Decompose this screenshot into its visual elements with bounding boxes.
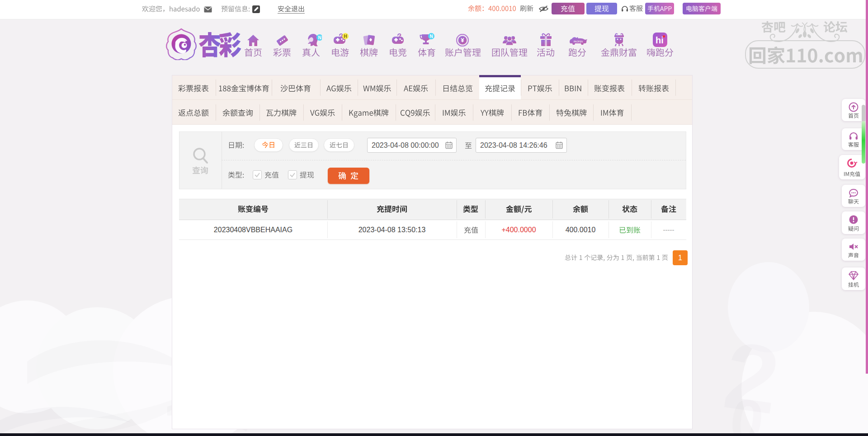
svg-text:N: N — [429, 34, 433, 39]
svg-text:hi: hi — [656, 35, 664, 45]
svg-text:PAOFEN: PAOFEN — [574, 40, 583, 43]
svg-text:H: H — [344, 34, 347, 39]
svg-text:N: N — [318, 35, 321, 40]
